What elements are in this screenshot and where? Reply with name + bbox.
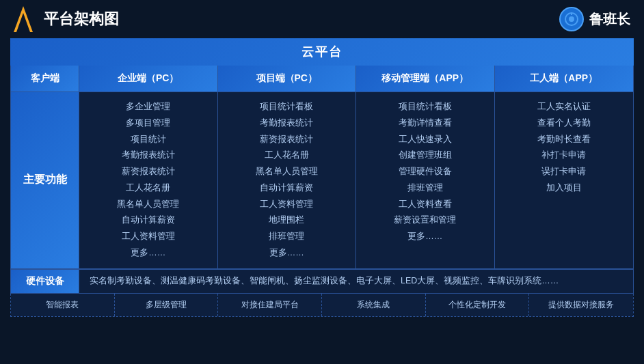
- hardware-content: 实名制考勤设备、测温健康码考勤设备、智能闸机、扬尘监测设备、电子大屏、LED大屏…: [79, 270, 633, 293]
- col-header-enterprise: 企业端（PC）: [79, 66, 218, 92]
- list-item: 查看个人考勤: [500, 115, 628, 132]
- svg-point-3: [569, 16, 574, 22]
- mobile-features: 项目统计看板考勤详情查看工人快速录入创建管理班组管理硬件设备排班管理工人资料查看…: [356, 92, 495, 269]
- col-header-client: 客户端: [11, 66, 79, 92]
- bottom-cell: 多层级管理: [115, 294, 219, 316]
- list-item: 多项目管理: [85, 115, 212, 132]
- hardware-label: 硬件设备: [11, 270, 79, 293]
- brand-icon: [559, 7, 584, 31]
- list-item: 考勤时长查看: [500, 132, 628, 148]
- list-item: 排班管理: [362, 180, 489, 197]
- list-item: 自动计算薪资: [85, 212, 212, 229]
- project-features: 项目统计看板考勤报表统计薪资报表统计工人花名册黑名单人员管理自动计算薪资工人资料…: [218, 92, 357, 269]
- list-item: 工人实名认证: [500, 99, 628, 115]
- list-item: 工人资料管理: [224, 197, 351, 213]
- list-item: 地理围栏: [224, 212, 351, 229]
- list-item: 工人资料管理: [85, 229, 212, 245]
- list-item: 工人花名册: [224, 148, 351, 164]
- list-item: 多企业管理: [85, 99, 212, 115]
- bottom-cell: 系统集成: [322, 294, 426, 316]
- brand-name: 鲁班长: [589, 10, 630, 29]
- bottom-row: 智能报表多层级管理对接住建局平台系统集成个性化定制开发提供数据对接服务: [10, 294, 634, 317]
- list-item: 更多……: [362, 229, 489, 245]
- main-container: 云平台 客户端 企业端（PC） 项目端（PC） 移动管理端（APP） 工人端（A…: [10, 38, 634, 317]
- enterprise-features: 多企业管理多项目管理项目统计考勤报表统计薪资报表统计工人花名册黑名单人员管理自动…: [79, 92, 218, 269]
- cloud-platform-header: 云平台: [10, 38, 634, 66]
- bottom-cell: 对接住建局平台: [218, 294, 322, 316]
- list-item: 薪资报表统计: [224, 132, 351, 148]
- list-item: 补打卡申请: [500, 148, 628, 164]
- list-item: 排班管理: [224, 229, 351, 245]
- list-item: 管理硬件设备: [362, 164, 489, 180]
- list-item: 工人花名册: [85, 180, 212, 197]
- col-header-mobile: 移动管理端（APP）: [356, 66, 495, 92]
- list-item: 薪资报表统计: [85, 164, 212, 180]
- worker-features: 工人实名认证查看个人考勤考勤时长查看补打卡申请误打卡申请加入项目: [495, 92, 634, 269]
- list-item: 创建管理班组: [362, 148, 489, 164]
- list-item: 误打卡申请: [500, 164, 628, 180]
- list-item: 加入项目: [500, 180, 628, 197]
- list-item: 黑名单人员管理: [224, 164, 351, 180]
- header: 平台架构图 鲁班长: [0, 0, 644, 38]
- page-title: 平台架构图: [44, 9, 119, 29]
- list-item: 项目统计看板: [362, 99, 489, 115]
- list-item: 项目统计看板: [224, 99, 351, 115]
- brand: 鲁班长: [559, 7, 630, 31]
- main-function-label: 主要功能: [11, 92, 79, 269]
- bottom-cell: 智能报表: [11, 294, 115, 316]
- list-item: 工人快速录入: [362, 132, 489, 148]
- list-item: 更多……: [85, 245, 212, 262]
- list-item: 更多……: [224, 245, 351, 262]
- list-item: 考勤报表统计: [85, 148, 212, 164]
- list-item: 薪资设置和管理: [362, 212, 489, 229]
- logo-icon: [14, 6, 33, 32]
- list-item: 考勤报表统计: [224, 115, 351, 132]
- list-item: 考勤详情查看: [362, 115, 489, 132]
- header-left: 平台架构图: [14, 6, 119, 32]
- main-grid: 客户端 企业端（PC） 项目端（PC） 移动管理端（APP） 工人端（APP） …: [10, 66, 634, 270]
- list-item: 工人资料查看: [362, 197, 489, 213]
- hardware-row: 硬件设备 实名制考勤设备、测温健康码考勤设备、智能闸机、扬尘监测设备、电子大屏、…: [10, 270, 634, 294]
- bottom-cell: 个性化定制开发: [426, 294, 530, 316]
- list-item: 项目统计: [85, 132, 212, 148]
- col-header-worker: 工人端（APP）: [495, 66, 634, 92]
- col-header-project: 项目端（PC）: [218, 66, 357, 92]
- list-item: 黑名单人员管理: [85, 197, 212, 213]
- bottom-cell: 提供数据对接服务: [529, 294, 633, 316]
- list-item: 自动计算薪资: [224, 180, 351, 197]
